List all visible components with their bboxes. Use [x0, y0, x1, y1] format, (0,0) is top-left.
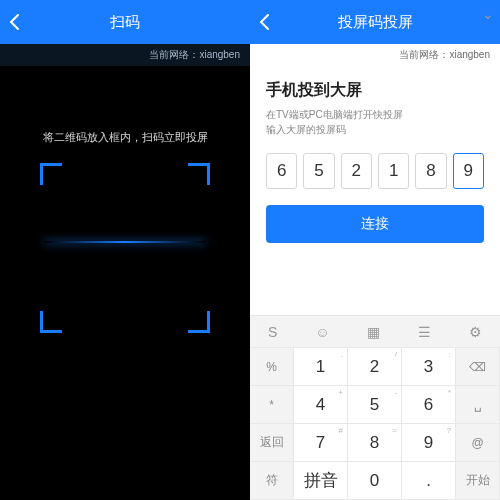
kb-action-key[interactable]: ␣ — [456, 386, 500, 424]
code-digit[interactable]: 5 — [303, 153, 334, 189]
kb-key[interactable]: 9? — [402, 424, 456, 462]
code-digit[interactable]: 2 — [341, 153, 372, 189]
cast-heading: 手机投到大屏 — [266, 80, 484, 101]
kb-action-key[interactable]: @ — [456, 424, 500, 462]
scan-line — [44, 241, 206, 243]
page-title-scan: 扫码 — [110, 13, 140, 32]
frame-corner — [188, 311, 210, 333]
kb-tool-emoji-icon[interactable]: ☺ — [315, 324, 329, 340]
cast-sub2: 输入大屏的投屏码 — [266, 122, 484, 137]
kb-key[interactable]: 3: — [402, 348, 456, 386]
soft-keyboard: S ☺ ▦ ☰ ⚙ ⌄ %1.2/3:⌫*4+5-6*␣返回7#8=9?@符拼音… — [250, 315, 500, 500]
network-label: 当前网络：xiangben — [399, 48, 490, 62]
keyboard-toolbar: S ☺ ▦ ☰ ⚙ ⌄ — [250, 316, 500, 348]
network-label: 当前网络：xiangben — [149, 48, 240, 62]
cast-sub1: 在TV端或PC电脑端打开快投屏 — [266, 107, 484, 122]
kb-action-key[interactable]: 开始 — [456, 462, 500, 500]
code-digit[interactable]: 1 — [378, 153, 409, 189]
network-status: 当前网络：xiangben — [250, 44, 500, 66]
kb-tool-settings-icon[interactable]: ⚙ — [469, 324, 482, 340]
kb-fn-key[interactable]: 符 — [250, 462, 294, 500]
back-icon[interactable] — [258, 0, 270, 44]
code-input-group[interactable]: 6 5 2 1 8 9 — [266, 153, 484, 189]
code-digit[interactable]: 9 — [453, 153, 484, 189]
qr-scan-frame — [40, 163, 210, 333]
code-digit[interactable]: 6 — [266, 153, 297, 189]
header-scan: 扫码 — [0, 0, 250, 44]
frame-corner — [188, 163, 210, 185]
frame-corner — [40, 163, 62, 185]
connect-button[interactable]: 连接 — [266, 205, 484, 243]
kb-key[interactable]: 6* — [402, 386, 456, 424]
kb-collapse-icon[interactable]: ⌄ — [482, 6, 494, 22]
kb-action-key[interactable]: ⌫ — [456, 348, 500, 386]
kb-key[interactable]: 8= — [348, 424, 402, 462]
code-digit[interactable]: 8 — [415, 153, 446, 189]
kb-tool-grid-icon[interactable]: ▦ — [367, 324, 380, 340]
kb-fn-key[interactable]: * — [250, 386, 294, 424]
kb-key[interactable]: 1. — [294, 348, 348, 386]
kb-tool-menu-icon[interactable]: ☰ — [418, 324, 431, 340]
scan-instruction: 将二维码放入框内，扫码立即投屏 — [43, 130, 208, 145]
page-title-code: 投屏码投屏 — [338, 13, 413, 32]
kb-fn-key[interactable]: 返回 — [250, 424, 294, 462]
kb-key[interactable]: 0 — [348, 462, 402, 500]
kb-key[interactable]: 4+ — [294, 386, 348, 424]
frame-corner — [40, 311, 62, 333]
network-status: 当前网络：xiangben — [0, 44, 250, 66]
kb-key[interactable]: . — [402, 462, 456, 500]
back-icon[interactable] — [8, 0, 20, 44]
kb-fn-key[interactable]: % — [250, 348, 294, 386]
kb-key[interactable]: 7# — [294, 424, 348, 462]
kb-key[interactable]: 拼音 — [294, 462, 348, 500]
kb-tool-logo-icon[interactable]: S — [268, 324, 277, 340]
kb-key[interactable]: 2/ — [348, 348, 402, 386]
header-code: 投屏码投屏 — [250, 0, 500, 44]
kb-key[interactable]: 5- — [348, 386, 402, 424]
